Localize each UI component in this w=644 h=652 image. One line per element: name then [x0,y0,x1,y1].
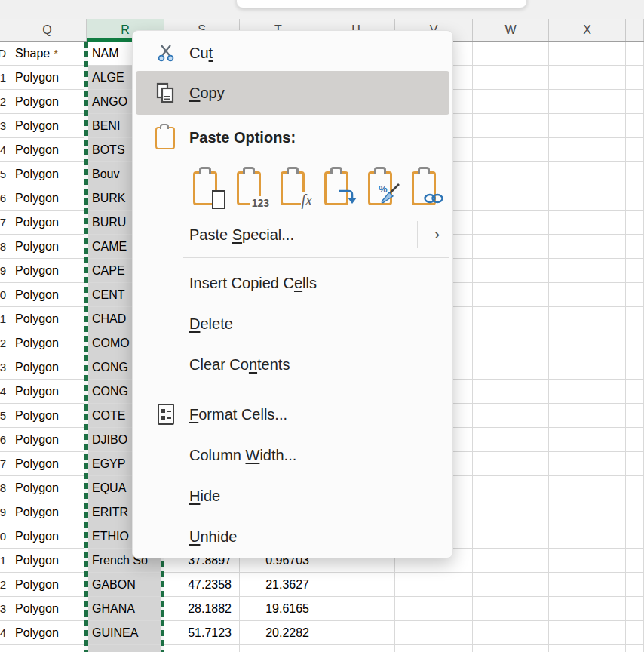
row-number-cell[interactable]: 24 [0,621,8,644]
empty-cell[interactable] [549,114,626,137]
empty-cell[interactable] [626,355,644,379]
empty-cell[interactable] [473,380,549,403]
name-cell[interactable]: GUINEA-B [87,645,164,652]
s-value-cell[interactable]: 47.2358 [164,573,240,596]
row-number-cell[interactable]: 18 [0,476,8,500]
empty-cell[interactable] [473,645,549,652]
empty-cell[interactable] [549,307,626,331]
shape-cell[interactable]: Polygon [8,645,87,652]
empty-cell[interactable] [549,621,626,644]
empty-cell[interactable] [473,621,549,644]
empty-cell[interactable] [626,211,644,234]
row-number-cell[interactable]: 7 [0,211,8,234]
t-value-cell[interactable]: 19.6165 [240,597,317,620]
empty-cell[interactable] [549,138,626,161]
row-number-cell[interactable]: 6 [0,186,8,210]
empty-cell[interactable] [626,476,644,500]
empty-cell[interactable] [626,621,644,644]
empty-cell[interactable] [626,114,644,137]
empty-cell[interactable] [473,573,549,596]
empty-cell[interactable] [626,162,644,186]
empty-cell[interactable] [473,476,549,500]
row-number-cell[interactable]: 2 [0,90,8,113]
empty-cell[interactable] [626,235,644,258]
empty-cell[interactable] [549,549,626,572]
empty-cell[interactable] [395,573,473,596]
menu-item-clear-contents[interactable]: Clear Contents [136,344,449,385]
empty-cell[interactable] [395,621,473,644]
empty-cell[interactable] [626,404,644,427]
empty-cell[interactable] [549,211,626,234]
menu-item-format-cells[interactable]: Format Cells... [136,394,449,435]
empty-cell[interactable] [626,549,644,572]
empty-cell[interactable] [473,404,549,427]
empty-cell[interactable] [473,42,549,65]
shape-cell[interactable]: Polygon [8,452,87,475]
empty-cell[interactable] [549,645,626,652]
paste-icon[interactable] [192,167,225,209]
empty-cell[interactable] [473,307,549,331]
empty-cell[interactable] [626,283,644,306]
empty-cell[interactable] [473,428,549,451]
empty-cell[interactable] [549,90,626,113]
shape-cell[interactable]: Polygon [8,90,87,113]
empty-cell[interactable] [549,428,626,451]
empty-cell[interactable] [549,404,626,427]
empty-cell[interactable] [549,452,626,475]
empty-cell[interactable] [626,138,644,161]
empty-cell[interactable] [549,66,626,89]
empty-cell[interactable] [549,573,626,596]
s-value-cell[interactable]: 51.7123 [164,621,240,644]
empty-cell[interactable] [626,66,644,89]
empty-cell[interactable] [473,138,549,161]
shape-cell[interactable]: Polygon [8,283,87,306]
empty-cell[interactable] [317,597,395,620]
empty-cell[interactable] [549,380,626,403]
empty-cell[interactable] [473,90,549,113]
empty-cell[interactable] [626,259,644,282]
name-cell[interactable]: GHANA [87,597,164,620]
row-number-cell[interactable]: 11 [0,307,8,331]
shape-cell[interactable]: Polygon [8,138,87,161]
shape-cell[interactable]: Polygon [8,380,87,403]
name-cell[interactable]: GABON [87,573,164,596]
shape-cell[interactable]: Polygon [8,211,87,234]
column-header-w[interactable]: W [473,19,549,41]
empty-cell[interactable] [473,500,549,524]
row-number-cell[interactable]: 22 [0,573,8,596]
empty-cell[interactable] [473,114,549,137]
empty-cell[interactable] [473,211,549,234]
name-cell[interactable]: GUINEA [87,621,164,644]
empty-cell[interactable] [626,428,644,451]
empty-cell[interactable] [473,259,549,282]
empty-cell[interactable] [549,259,626,282]
empty-cell[interactable] [549,235,626,258]
empty-cell[interactable] [549,186,626,210]
shape-cell[interactable]: Polygon [8,235,87,258]
empty-cell[interactable] [626,42,644,65]
shape-cell[interactable]: Polygon [8,428,87,451]
empty-cell[interactable] [626,90,644,113]
empty-cell[interactable] [626,597,644,620]
empty-cell[interactable] [626,307,644,331]
shape-cell[interactable]: Polygon [8,621,87,644]
empty-cell[interactable] [473,66,549,89]
row-number-cell[interactable]: 15 [0,404,8,427]
shape-cell[interactable]: Polygon [8,162,87,186]
menu-item-insert-copied-cells[interactable]: Insert Copied Cells [136,263,449,303]
empty-cell[interactable] [395,597,473,620]
row-number-cell[interactable]: 13 [0,355,8,379]
paste-values-icon[interactable]: 123 [236,167,269,209]
row-number-cell[interactable]: 25 [0,645,8,652]
empty-cell[interactable] [549,331,626,355]
row-number-cell[interactable]: 14 [0,380,8,403]
empty-cell[interactable] [473,549,549,572]
shape-cell[interactable]: Polygon [8,307,87,331]
row-number-cell[interactable]: 1 [0,66,8,89]
row-number-cell[interactable]: 10 [0,283,8,306]
shape-cell[interactable]: Polygon [8,549,87,572]
shape-cell[interactable]: Polygon [8,573,87,596]
empty-cell[interactable] [317,573,395,596]
row-number-cell[interactable]: 12 [0,331,8,355]
paste-link-icon[interactable] [411,167,444,209]
